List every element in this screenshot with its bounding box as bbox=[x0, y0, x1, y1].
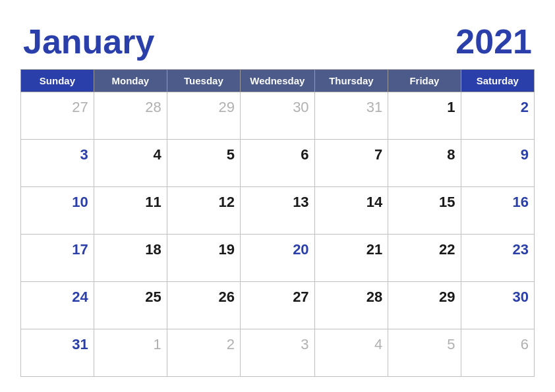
day-number: 2 bbox=[173, 332, 235, 353]
calendar-day[interactable]: 27 bbox=[21, 92, 94, 140]
calendar-day[interactable]: 31 bbox=[21, 329, 94, 377]
day-number: 28 bbox=[100, 95, 161, 116]
day-number: 31 bbox=[26, 332, 88, 353]
day-number: 1 bbox=[394, 95, 455, 116]
calendar-day[interactable]: 16 bbox=[461, 187, 534, 235]
calendar-grid: SundayMondayTuesdayWednesdayThursdayFrid… bbox=[20, 69, 535, 377]
day-number: 5 bbox=[394, 332, 455, 353]
calendar-day[interactable]: 17 bbox=[21, 235, 94, 282]
calendar-day[interactable]: 8 bbox=[388, 140, 461, 187]
day-number: 15 bbox=[394, 190, 455, 211]
day-number: 20 bbox=[246, 237, 309, 258]
calendar-day[interactable]: 28 bbox=[94, 92, 167, 140]
weekday-header-monday: Monday bbox=[94, 70, 167, 92]
day-number: 28 bbox=[320, 285, 383, 306]
calendar-day[interactable]: 28 bbox=[314, 282, 388, 329]
calendar-day[interactable]: 6 bbox=[461, 329, 534, 377]
day-number: 7 bbox=[320, 142, 383, 163]
year-title: 2021 bbox=[455, 22, 532, 61]
weekday-header-row: SundayMondayTuesdayWednesdayThursdayFrid… bbox=[21, 70, 535, 92]
day-number: 26 bbox=[173, 285, 235, 306]
weekday-header-wednesday: Wednesday bbox=[240, 70, 314, 92]
day-number: 4 bbox=[100, 142, 161, 163]
calendar-week-row: 3456789 bbox=[21, 140, 535, 187]
calendar-day[interactable]: 26 bbox=[167, 282, 240, 329]
day-number: 21 bbox=[320, 237, 383, 258]
calendar-day[interactable]: 11 bbox=[94, 187, 167, 235]
day-number: 16 bbox=[467, 190, 529, 211]
day-number: 19 bbox=[173, 237, 235, 258]
day-number: 23 bbox=[467, 237, 529, 258]
calendar-day[interactable]: 2 bbox=[461, 92, 534, 140]
day-number: 3 bbox=[26, 142, 88, 163]
day-number: 1 bbox=[100, 332, 161, 353]
day-number: 9 bbox=[467, 142, 529, 163]
calendar-day[interactable]: 23 bbox=[461, 235, 534, 282]
day-number: 3 bbox=[246, 332, 309, 353]
calendar-day[interactable]: 12 bbox=[167, 187, 240, 235]
calendar-day[interactable]: 21 bbox=[314, 235, 388, 282]
calendar-day[interactable]: 5 bbox=[388, 329, 461, 377]
calendar-day[interactable]: 3 bbox=[240, 329, 314, 377]
day-number: 31 bbox=[320, 95, 383, 116]
calendar-day[interactable]: 7 bbox=[314, 140, 388, 187]
calendar-day[interactable]: 19 bbox=[167, 235, 240, 282]
calendar-day[interactable]: 4 bbox=[94, 140, 167, 187]
day-number: 27 bbox=[246, 285, 309, 306]
day-number: 6 bbox=[246, 142, 309, 163]
calendar-day[interactable]: 22 bbox=[388, 235, 461, 282]
calendar-day[interactable]: 1 bbox=[94, 329, 167, 377]
day-number: 6 bbox=[467, 332, 529, 353]
day-number: 8 bbox=[394, 142, 455, 163]
calendar-day[interactable]: 14 bbox=[314, 187, 388, 235]
weekday-header-saturday: Saturday bbox=[461, 70, 534, 92]
weekday-header-friday: Friday bbox=[388, 70, 461, 92]
calendar-day[interactable]: 2 bbox=[167, 329, 240, 377]
day-number: 14 bbox=[320, 190, 383, 211]
calendar-week-row: 17181920212223 bbox=[21, 235, 535, 282]
calendar-day[interactable]: 25 bbox=[94, 282, 167, 329]
calendar-day[interactable]: 30 bbox=[461, 282, 534, 329]
calendar-day[interactable]: 29 bbox=[388, 282, 461, 329]
calendar-day[interactable]: 27 bbox=[240, 282, 314, 329]
day-number: 17 bbox=[26, 237, 88, 258]
day-number: 22 bbox=[394, 237, 455, 258]
day-number: 27 bbox=[26, 95, 88, 116]
calendar-day[interactable]: 4 bbox=[314, 329, 388, 377]
calendar-day[interactable]: 24 bbox=[21, 282, 94, 329]
calendar-day[interactable]: 29 bbox=[167, 92, 240, 140]
day-number: 18 bbox=[100, 237, 161, 258]
day-number: 11 bbox=[100, 190, 161, 211]
day-number: 12 bbox=[173, 190, 235, 211]
weekday-header-sunday: Sunday bbox=[21, 70, 94, 92]
calendar-week-row: 24252627282930 bbox=[21, 282, 535, 329]
weekday-header-tuesday: Tuesday bbox=[167, 70, 240, 92]
calendar-header: January 2021 bbox=[20, 22, 535, 61]
day-number: 5 bbox=[173, 142, 235, 163]
day-number: 2 bbox=[467, 95, 529, 116]
calendar-container: January 2021 SundayMondayTuesdayWednesda… bbox=[14, 9, 541, 383]
calendar-week-row: 10111213141516 bbox=[21, 187, 535, 235]
month-title: January bbox=[23, 22, 154, 61]
calendar-body: 2728293031123456789101112131415161718192… bbox=[21, 92, 535, 377]
calendar-day[interactable]: 3 bbox=[21, 140, 94, 187]
calendar-day[interactable]: 20 bbox=[240, 235, 314, 282]
day-number: 13 bbox=[246, 190, 309, 211]
calendar-day[interactable]: 9 bbox=[461, 140, 534, 187]
calendar-day[interactable]: 5 bbox=[167, 140, 240, 187]
day-number: 30 bbox=[246, 95, 309, 116]
weekday-header-thursday: Thursday bbox=[314, 70, 388, 92]
day-number: 10 bbox=[26, 190, 88, 211]
calendar-day[interactable]: 10 bbox=[21, 187, 94, 235]
calendar-day[interactable]: 6 bbox=[240, 140, 314, 187]
calendar-day[interactable]: 30 bbox=[240, 92, 314, 140]
day-number: 30 bbox=[467, 285, 529, 306]
day-number: 4 bbox=[320, 332, 383, 353]
calendar-day[interactable]: 13 bbox=[240, 187, 314, 235]
calendar-day[interactable]: 1 bbox=[388, 92, 461, 140]
day-number: 29 bbox=[173, 95, 235, 116]
calendar-day[interactable]: 18 bbox=[94, 235, 167, 282]
day-number: 29 bbox=[394, 285, 455, 306]
calendar-day[interactable]: 31 bbox=[314, 92, 388, 140]
calendar-day[interactable]: 15 bbox=[388, 187, 461, 235]
